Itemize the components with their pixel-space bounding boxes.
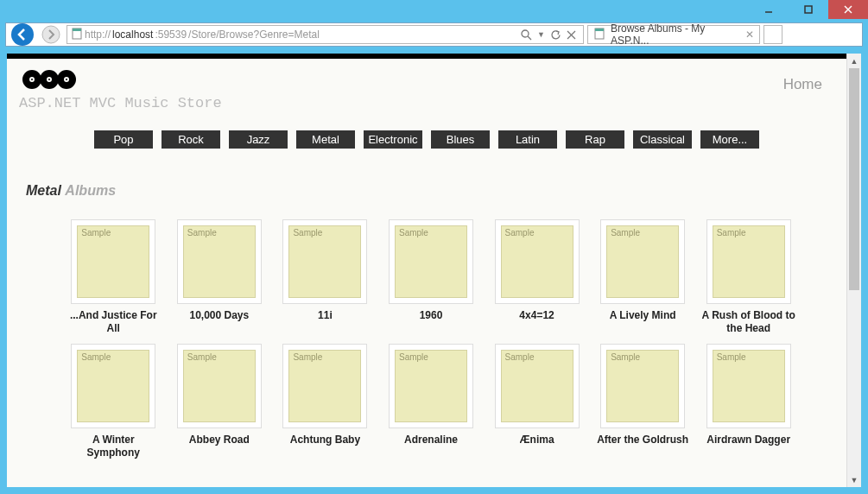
scroll-up-icon[interactable]: ▲ [847,54,861,68]
vertical-scrollbar[interactable]: ▲ ▼ [846,54,861,487]
album-art: Sample [389,344,473,428]
album-title: ...And Justice For All [66,309,161,335]
svg-rect-7 [73,28,81,31]
scroll-down-icon[interactable]: ▼ [847,472,861,487]
svg-point-25 [31,79,33,80]
album-item[interactable]: Sample...And Justice For All [66,219,162,335]
tab-favicon [593,28,605,42]
genre-button-rock[interactable]: Rock [162,130,220,149]
album-title: 4x4=12 [519,309,554,322]
album-title: 1960 [420,309,443,322]
window-titlebar [0,0,868,22]
home-icon[interactable] [793,28,807,41]
dropdown-icon[interactable]: ▼ [537,30,545,39]
album-art: Sample [282,344,367,428]
album-art: Sample [177,344,262,428]
genre-button-electronic[interactable]: Electronic [364,130,422,149]
svg-line-22 [847,30,849,32]
album-item[interactable]: Sample4x4=12 [489,219,585,335]
album-title: A Rush of Blood to the Head [701,309,796,335]
album-art-sample-label: Sample [606,225,679,298]
url-text: http://localhost:59539/Store/Browse?Genr… [85,28,519,41]
home-link[interactable]: Home [783,69,839,93]
genre-button-rap[interactable]: Rap [566,130,624,149]
genre-button-metal[interactable]: Metal [296,130,355,149]
tab-title: Browse Albums - My ASP.N... [611,22,740,47]
genre-button-pop[interactable]: Pop [94,130,153,149]
scroll-thumb[interactable] [849,68,859,290]
browser-toolbar: http://localhost:59539/Store/Browse?Genr… [5,22,863,47]
nav-forward-button[interactable] [39,24,63,45]
album-item[interactable]: SampleÆnima [489,344,585,459]
heading-genre: Metal [26,183,61,198]
album-art-sample-label: Sample [288,225,361,298]
svg-point-4 [11,23,34,46]
heading-suffix: Albums [65,183,116,198]
album-item[interactable]: SampleAbbey Road [172,344,268,459]
genre-button-blues[interactable]: Blues [431,130,490,149]
album-item[interactable]: SampleA Rush of Blood to the Head [700,219,796,335]
album-item[interactable]: Sample11i [277,219,373,335]
svg-rect-13 [595,28,604,31]
genre-button-classical[interactable]: Classical [633,130,692,149]
svg-line-20 [847,37,849,39]
album-title: Achtung Baby [290,434,360,446]
store-title: ASP.NET MVC Music Store [19,95,222,111]
stop-icon[interactable] [567,30,576,40]
album-art-sample-label: Sample [183,350,256,422]
album-art-sample-label: Sample [501,350,573,422]
album-art: Sample [177,219,262,304]
search-icon[interactable] [521,29,532,41]
settings-icon[interactable] [838,28,852,41]
album-title: Adrenaline [404,434,458,446]
page-icon [71,28,83,42]
album-item[interactable]: SampleAchtung Baby [277,344,373,459]
genre-button-more[interactable]: More... [700,130,759,149]
svg-point-28 [48,79,50,80]
album-art: Sample [282,219,367,304]
svg-line-9 [528,36,531,40]
window-minimize-button[interactable] [749,0,789,19]
album-item[interactable]: SampleAdrenaline [383,344,479,459]
album-art-sample-label: Sample [713,225,785,298]
genre-button-jazz[interactable]: Jazz [229,130,288,149]
album-art-sample-label: Sample [288,350,361,422]
album-grid: Sample...And Justice For AllSample10,000… [14,219,839,459]
svg-rect-1 [805,6,812,13]
album-item[interactable]: SampleAirdrawn Dagger [700,344,796,459]
genre-button-latin[interactable]: Latin [498,130,557,149]
album-art: Sample [495,219,580,304]
address-bar[interactable]: http://localhost:59539/Store/Browse?Genr… [67,25,584,44]
album-item[interactable]: SampleA Winter Symphony [66,344,162,459]
album-art-sample-label: Sample [395,225,467,298]
svg-point-14 [843,33,847,37]
album-item[interactable]: SampleA Lively Mind [595,219,691,335]
album-art-sample-label: Sample [713,350,785,422]
album-art-sample-label: Sample [395,350,467,422]
album-title: 11i [318,309,333,322]
svg-point-8 [522,30,529,37]
window-maximize-button[interactable] [789,0,828,19]
album-item[interactable]: Sample10,000 Days [172,219,268,335]
album-title: Ænima [520,434,554,446]
album-item[interactable]: SampleAfter the Goldrush [595,344,691,459]
browser-tab[interactable]: Browse Albums - My ASP.N... ✕ [587,25,760,44]
section-heading: Metal Albums [26,183,839,199]
tab-close-icon[interactable]: ✕ [745,28,754,41]
svg-line-21 [840,37,842,39]
album-art-sample-label: Sample [183,225,256,298]
album-art: Sample [495,344,580,428]
svg-point-31 [66,79,67,80]
album-title: 10,000 Days [189,309,249,322]
svg-line-19 [840,30,842,32]
window-close-button[interactable] [828,0,868,19]
svg-point-5 [42,26,60,43]
album-title: Airdrawn Dagger [706,434,790,446]
album-art-sample-label: Sample [77,225,149,298]
album-item[interactable]: Sample1960 [383,219,479,335]
album-art: Sample [71,219,155,304]
nav-back-button[interactable] [10,22,35,48]
new-tab-button[interactable] [763,25,782,44]
favorites-icon[interactable] [815,28,829,41]
refresh-icon[interactable] [550,29,561,41]
